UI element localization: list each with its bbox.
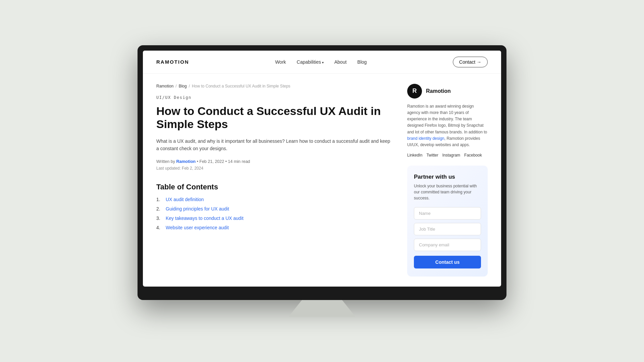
toc-num-2: 2. [156,206,162,212]
toc-item: 3. Key takeaways to conduct a UX audit [156,216,394,221]
sidebar: R Ramotion Ramotion is an award winning … [407,84,488,277]
article-category: UI/UX Design [156,95,394,100]
article-excerpt: What is a UX audit, and why is it import… [156,137,394,153]
author-bio-link[interactable]: brand identity design [407,136,444,141]
toc-title: Table of Contents [156,183,394,191]
meta-dot1: • [197,159,200,164]
name-input[interactable] [414,207,481,220]
toc-num-1: 1. [156,197,162,202]
toc-list: 1. UX audit definition 2. Guiding princi… [156,197,394,230]
toc-num-4: 4. [156,225,162,230]
author-card: R Ramotion Ramotion is an award winning … [407,84,488,158]
article-title: How to Conduct a Successful UX Audit in … [156,105,394,131]
social-instagram[interactable]: Instagram [442,153,460,158]
job-title-input[interactable] [414,223,481,235]
social-facebook[interactable]: Facebook [464,153,482,158]
partner-title: Partner with us [414,174,481,180]
breadcrumb-sep1: / [175,84,176,88]
toc-link-1[interactable]: UX audit definition [166,197,204,202]
social-links: LinkedIn Twitter Instagram Facebook [407,153,488,158]
article-author[interactable]: Ramotion [176,159,196,164]
breadcrumb: Ramotion / Blog / How to Conduct a Succe… [156,84,394,88]
navbar: RAMOTION Work Capabilities About Blog Co… [143,51,501,74]
author-avatar-letter: R [413,87,417,95]
toc-num-3: 3. [156,216,162,221]
toc-link-4[interactable]: Website user experience audit [166,225,229,230]
monitor-frame: RAMOTION Work Capabilities About Blog Co… [138,45,506,300]
nav-links: Work Capabilities About Blog [275,59,367,65]
article-date: Feb 21, 2022 [200,159,224,164]
written-by-prefix: Written by [156,159,175,164]
social-linkedin[interactable]: LinkedIn [407,153,422,158]
article-section: Ramotion / Blog / How to Conduct a Succe… [156,84,394,277]
nav-link-work[interactable]: Work [275,59,286,65]
toc-item: 4. Website user experience audit [156,225,394,230]
main-content: Ramotion / Blog / How to Conduct a Succe… [143,74,501,287]
toc-link-3[interactable]: Key takeaways to conduct a UX audit [166,216,244,221]
screen: RAMOTION Work Capabilities About Blog Co… [143,51,501,287]
breadcrumb-current: How to Conduct a Successful UX Audit in … [192,84,290,88]
contact-us-button[interactable]: Contact us [414,256,481,268]
article-last-updated: Last updated: Feb 2, 2024 [156,166,394,171]
toc-item: 2. Guiding principles for UX audit [156,206,394,212]
author-name: Ramotion [426,88,451,94]
nav-link-capabilities[interactable]: Capabilities [297,59,324,65]
monitor-stand [288,300,356,317]
partner-card: Partner with us Unlock your business pot… [407,166,488,277]
monitor-wrapper: RAMOTION Work Capabilities About Blog Co… [138,45,506,317]
author-avatar: R [407,84,422,99]
partner-subtitle: Unlock your business potential with our … [414,183,481,201]
nav-logo: RAMOTION [156,59,189,65]
nav-link-about[interactable]: About [334,59,347,65]
breadcrumb-home[interactable]: Ramotion [156,84,173,88]
breadcrumb-sep2: / [189,84,190,88]
social-twitter[interactable]: Twitter [426,153,438,158]
toc-item: 1. UX audit definition [156,197,394,202]
nav-contact-button[interactable]: Contact → [453,57,488,67]
author-header: R Ramotion [407,84,488,99]
article-read-time: 14 min read [228,159,250,164]
article-meta: Written by Ramotion • Feb 21, 2022 • 14 … [156,159,394,164]
breadcrumb-blog[interactable]: Blog [179,84,187,88]
nav-link-blog[interactable]: Blog [357,59,367,65]
company-email-input[interactable] [414,239,481,251]
author-bio: Ramotion is an award winning design agen… [407,103,488,148]
meta-dot2: • [225,159,228,164]
toc-link-2[interactable]: Guiding principles for UX audit [166,206,229,212]
